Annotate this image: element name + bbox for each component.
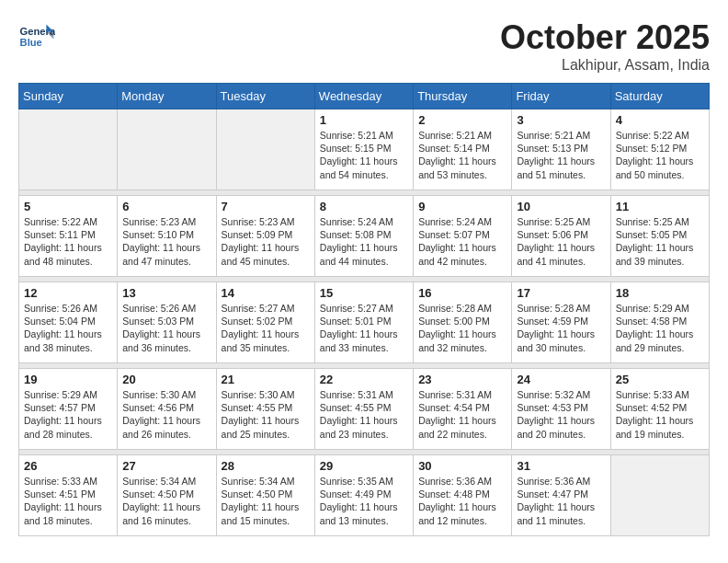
table-row: 17Sunrise: 5:28 AM Sunset: 4:59 PM Dayli… (512, 282, 610, 363)
table-row: 26Sunrise: 5:33 AM Sunset: 4:51 PM Dayli… (19, 455, 118, 536)
day-number: 9 (418, 200, 506, 213)
col-thursday: Thursday (414, 84, 512, 109)
day-number: 27 (122, 459, 210, 473)
week-row-4: 19Sunrise: 5:29 AM Sunset: 4:57 PM Dayli… (19, 369, 710, 450)
month-title: October 2025 (500, 18, 710, 57)
day-number: 1 (320, 113, 408, 127)
day-number: 23 (418, 373, 506, 386)
table-row: 14Sunrise: 5:27 AM Sunset: 5:02 PM Dayli… (216, 282, 314, 363)
day-number: 20 (122, 373, 210, 386)
day-info: Sunrise: 5:34 AM Sunset: 4:50 PM Dayligh… (122, 475, 210, 527)
week-row-1: 1Sunrise: 5:21 AM Sunset: 5:15 PM Daylig… (19, 109, 710, 190)
day-info: Sunrise: 5:24 AM Sunset: 5:07 PM Dayligh… (418, 215, 506, 268)
table-row (610, 455, 709, 536)
day-number: 26 (24, 459, 112, 473)
day-info: Sunrise: 5:22 AM Sunset: 5:12 PM Dayligh… (616, 129, 704, 181)
day-info: Sunrise: 5:28 AM Sunset: 4:59 PM Dayligh… (517, 302, 605, 354)
table-row: 21Sunrise: 5:30 AM Sunset: 4:55 PM Dayli… (216, 369, 314, 450)
day-info: Sunrise: 5:29 AM Sunset: 4:58 PM Dayligh… (616, 302, 704, 354)
day-number: 4 (616, 113, 704, 127)
day-number: 22 (320, 373, 408, 386)
day-info: Sunrise: 5:25 AM Sunset: 5:05 PM Dayligh… (616, 215, 704, 268)
day-info: Sunrise: 5:33 AM Sunset: 4:52 PM Dayligh… (616, 388, 704, 441)
day-number: 21 (222, 373, 310, 386)
calendar-table: Sunday Monday Tuesday Wednesday Thursday… (18, 83, 710, 536)
day-info: Sunrise: 5:25 AM Sunset: 5:06 PM Dayligh… (517, 215, 605, 268)
day-number: 28 (222, 459, 310, 473)
day-info: Sunrise: 5:23 AM Sunset: 5:10 PM Dayligh… (122, 215, 210, 268)
day-number: 18 (616, 286, 704, 300)
day-number: 17 (517, 286, 605, 300)
col-monday: Monday (118, 84, 216, 109)
table-row: 3Sunrise: 5:21 AM Sunset: 5:13 PM Daylig… (512, 109, 610, 190)
table-row: 22Sunrise: 5:31 AM Sunset: 4:55 PM Dayli… (314, 369, 413, 450)
table-row: 13Sunrise: 5:26 AM Sunset: 5:03 PM Dayli… (118, 282, 216, 363)
day-number: 11 (616, 200, 704, 213)
day-number: 13 (122, 286, 210, 300)
day-info: Sunrise: 5:35 AM Sunset: 4:49 PM Dayligh… (320, 475, 408, 527)
table-row: 23Sunrise: 5:31 AM Sunset: 4:54 PM Dayli… (414, 369, 512, 450)
table-row: 20Sunrise: 5:30 AM Sunset: 4:56 PM Dayli… (118, 369, 216, 450)
logo: General Blue (18, 18, 59, 55)
day-info: Sunrise: 5:27 AM Sunset: 5:01 PM Dayligh… (320, 302, 408, 354)
table-row: 18Sunrise: 5:29 AM Sunset: 4:58 PM Dayli… (610, 282, 709, 363)
day-info: Sunrise: 5:22 AM Sunset: 5:11 PM Dayligh… (24, 215, 112, 268)
day-info: Sunrise: 5:30 AM Sunset: 4:56 PM Dayligh… (122, 388, 210, 441)
table-row: 7Sunrise: 5:23 AM Sunset: 5:09 PM Daylig… (216, 196, 314, 277)
title-block: October 2025 Lakhipur, Assam, India (500, 18, 710, 74)
col-friday: Friday (512, 84, 610, 109)
day-info: Sunrise: 5:24 AM Sunset: 5:08 PM Dayligh… (320, 215, 408, 268)
table-row: 28Sunrise: 5:34 AM Sunset: 4:50 PM Dayli… (216, 455, 314, 536)
table-row: 30Sunrise: 5:36 AM Sunset: 4:48 PM Dayli… (414, 455, 512, 536)
table-row: 11Sunrise: 5:25 AM Sunset: 5:05 PM Dayli… (610, 196, 709, 277)
day-number: 30 (418, 459, 506, 473)
col-wednesday: Wednesday (314, 84, 413, 109)
location: Lakhipur, Assam, India (500, 57, 710, 74)
week-row-2: 5Sunrise: 5:22 AM Sunset: 5:11 PM Daylig… (19, 196, 710, 277)
page-header: General Blue October 2025 Lakhipur, Assa… (18, 18, 710, 74)
table-row (19, 109, 118, 190)
day-info: Sunrise: 5:36 AM Sunset: 4:47 PM Dayligh… (517, 475, 605, 527)
day-info: Sunrise: 5:21 AM Sunset: 5:15 PM Dayligh… (320, 129, 408, 181)
day-number: 3 (517, 113, 605, 127)
day-info: Sunrise: 5:21 AM Sunset: 5:14 PM Dayligh… (418, 129, 506, 181)
week-row-3: 12Sunrise: 5:26 AM Sunset: 5:04 PM Dayli… (19, 282, 710, 363)
table-row: 9Sunrise: 5:24 AM Sunset: 5:07 PM Daylig… (414, 196, 512, 277)
table-row: 8Sunrise: 5:24 AM Sunset: 5:08 PM Daylig… (314, 196, 413, 277)
day-info: Sunrise: 5:26 AM Sunset: 5:03 PM Dayligh… (122, 302, 210, 354)
day-info: Sunrise: 5:23 AM Sunset: 5:09 PM Dayligh… (222, 215, 310, 268)
table-row: 27Sunrise: 5:34 AM Sunset: 4:50 PM Dayli… (118, 455, 216, 536)
day-number: 29 (320, 459, 408, 473)
table-row: 16Sunrise: 5:28 AM Sunset: 5:00 PM Dayli… (414, 282, 512, 363)
table-row: 19Sunrise: 5:29 AM Sunset: 4:57 PM Dayli… (19, 369, 118, 450)
day-info: Sunrise: 5:32 AM Sunset: 4:53 PM Dayligh… (517, 388, 605, 441)
day-info: Sunrise: 5:30 AM Sunset: 4:55 PM Dayligh… (222, 388, 310, 441)
table-row: 6Sunrise: 5:23 AM Sunset: 5:10 PM Daylig… (118, 196, 216, 277)
table-row: 5Sunrise: 5:22 AM Sunset: 5:11 PM Daylig… (19, 196, 118, 277)
table-row: 12Sunrise: 5:26 AM Sunset: 5:04 PM Dayli… (19, 282, 118, 363)
day-number: 10 (517, 200, 605, 213)
day-number: 16 (418, 286, 506, 300)
day-info: Sunrise: 5:33 AM Sunset: 4:51 PM Dayligh… (24, 475, 112, 527)
table-row: 4Sunrise: 5:22 AM Sunset: 5:12 PM Daylig… (610, 109, 709, 190)
col-tuesday: Tuesday (216, 84, 314, 109)
day-number: 15 (320, 286, 408, 300)
table-row: 25Sunrise: 5:33 AM Sunset: 4:52 PM Dayli… (610, 369, 709, 450)
table-row: 15Sunrise: 5:27 AM Sunset: 5:01 PM Dayli… (314, 282, 413, 363)
day-info: Sunrise: 5:34 AM Sunset: 4:50 PM Dayligh… (222, 475, 310, 527)
table-row: 29Sunrise: 5:35 AM Sunset: 4:49 PM Dayli… (314, 455, 413, 536)
day-info: Sunrise: 5:31 AM Sunset: 4:55 PM Dayligh… (320, 388, 408, 441)
day-number: 2 (418, 113, 506, 127)
table-row (118, 109, 216, 190)
day-info: Sunrise: 5:26 AM Sunset: 5:04 PM Dayligh… (24, 302, 112, 354)
table-row: 10Sunrise: 5:25 AM Sunset: 5:06 PM Dayli… (512, 196, 610, 277)
day-number: 5 (24, 200, 112, 213)
day-info: Sunrise: 5:28 AM Sunset: 5:00 PM Dayligh… (418, 302, 506, 354)
col-saturday: Saturday (610, 84, 709, 109)
day-info: Sunrise: 5:29 AM Sunset: 4:57 PM Dayligh… (24, 388, 112, 441)
week-row-5: 26Sunrise: 5:33 AM Sunset: 4:51 PM Dayli… (19, 455, 710, 536)
calendar-header-row: Sunday Monday Tuesday Wednesday Thursday… (19, 84, 710, 109)
logo-icon: General Blue (18, 18, 55, 55)
day-number: 8 (320, 200, 408, 213)
day-info: Sunrise: 5:21 AM Sunset: 5:13 PM Dayligh… (517, 129, 605, 181)
